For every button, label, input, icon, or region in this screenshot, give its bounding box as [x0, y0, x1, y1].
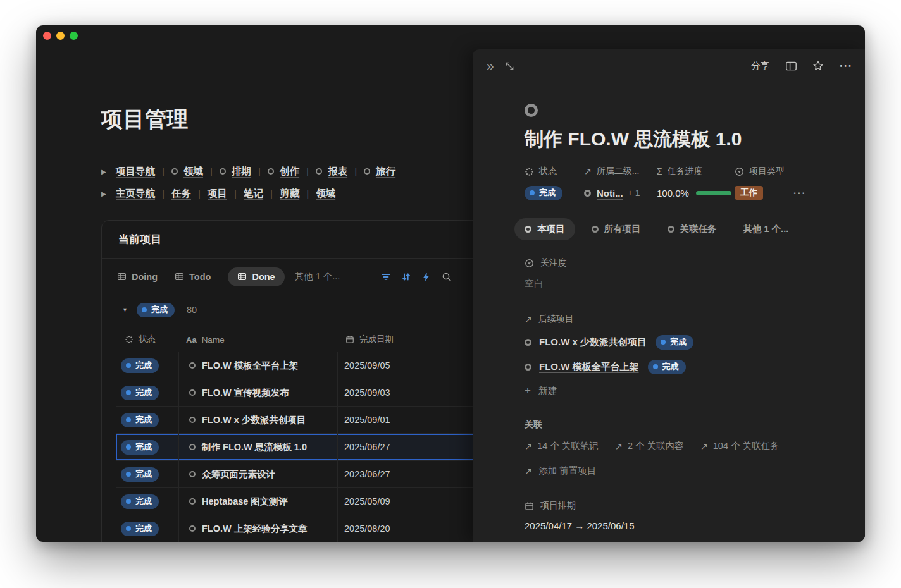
name-cell[interactable]: Heptabase 图文测评 — [178, 488, 337, 515]
page-icon[interactable] — [525, 104, 538, 117]
property-label-status[interactable]: 状态 — [525, 165, 584, 178]
project-name[interactable]: Heptabase 图文测评 — [202, 496, 287, 508]
property-label-type[interactable]: 项目类型 — [735, 165, 805, 178]
followup-label[interactable]: ↗ 后续项目 — [525, 314, 827, 325]
filter-icon[interactable] — [381, 272, 391, 282]
text-type-icon: Aa — [186, 335, 197, 345]
expand-page-icon[interactable] — [505, 61, 514, 71]
name-cell[interactable]: 制作 FLO.W 思流模板 1.0 — [178, 434, 337, 460]
attention-empty-value[interactable]: 空白 — [525, 278, 827, 290]
column-header-status[interactable]: 状态 — [116, 328, 178, 352]
table-row[interactable]: 完成 众筹页面元素设计 2023/06/27 — [116, 461, 509, 488]
table-row[interactable]: 完成 FLO.W 模板全平台上架 2025/09/05 — [116, 352, 509, 379]
status-cell[interactable]: 完成 — [116, 434, 178, 460]
followup-page-link[interactable]: FLO.W x 少数派共创项目 — [539, 336, 647, 348]
status-badge: 完成 — [121, 358, 159, 373]
attention-label[interactable]: 关注度 — [525, 257, 827, 269]
schedule-date-range[interactable]: 2025/04/17 → 2025/06/15 — [525, 520, 827, 531]
status-cell[interactable]: 完成 — [116, 352, 178, 379]
nav-link-report[interactable]: 报表 — [328, 165, 347, 178]
separator: | — [306, 166, 309, 177]
group-status-badge[interactable]: 完成 — [137, 303, 175, 317]
automation-bolt-icon[interactable] — [421, 272, 432, 282]
table-row-selected[interactable]: 完成 制作 FLO.W 思流模板 1.0 2025/06/27 — [116, 434, 509, 461]
name-cell[interactable]: 众筹页面元素设计 — [178, 461, 337, 487]
more-options-icon[interactable]: ⋯ — [839, 61, 852, 70]
share-button[interactable]: 分享 — [751, 60, 769, 72]
name-cell[interactable]: FLO.W x 少数派共创项目 — [178, 407, 337, 433]
property-value-progress[interactable]: 100.0% — [657, 186, 735, 200]
status-cell[interactable]: 完成 — [116, 407, 178, 433]
collapse-group-icon[interactable]: ▼ — [122, 307, 128, 313]
plus-icon: + — [525, 384, 531, 397]
project-title[interactable]: 制作 FLO.W 思流模板 1.0 — [525, 128, 827, 150]
search-icon[interactable] — [442, 272, 452, 282]
close-peek-icon[interactable]: » — [487, 59, 494, 72]
related-tasks-link[interactable]: ↗104 个 关联任务 — [700, 440, 780, 452]
nav-link-clips[interactable]: 剪藏 — [280, 187, 299, 200]
followup-item[interactable]: FLO.W 模板全平台上架 完成 — [525, 359, 827, 374]
tab-more[interactable]: 其他 1 个... — [733, 218, 799, 240]
nav-link-project-nav[interactable]: 项目导航 — [116, 165, 155, 178]
sort-icon[interactable] — [401, 272, 411, 282]
property-label-parent[interactable]: ↗ 所属二级... — [584, 165, 657, 178]
tab-this-project[interactable]: 本项目 — [514, 218, 575, 240]
zoom-window-button[interactable] — [70, 32, 78, 40]
schedule-label[interactable]: 项目排期 — [525, 500, 827, 511]
project-name[interactable]: FLO.W 模板全平台上架 — [202, 360, 298, 372]
side-peek-mode-icon[interactable] — [785, 61, 797, 71]
status-cell[interactable]: 完成 — [116, 515, 178, 542]
new-followup-button[interactable]: + 新建 — [525, 384, 827, 397]
followup-item[interactable]: FLO.W x 少数派共创项目 完成 — [525, 334, 827, 350]
nav-link-create[interactable]: 创作 — [280, 165, 299, 178]
project-name[interactable]: FLO.W 宣传视频发布 — [202, 387, 289, 399]
status-cell[interactable]: 完成 — [116, 379, 178, 406]
nav-link-domain[interactable]: 领域 — [183, 165, 203, 178]
favorite-star-icon[interactable] — [812, 60, 824, 71]
page-ring-icon — [189, 498, 196, 505]
toggle-right-icon[interactable]: ▶ — [101, 190, 108, 197]
view-tab-doing[interactable]: Doing — [117, 272, 158, 282]
property-value-type[interactable]: 工作 ⋯ — [735, 186, 805, 200]
view-tab-todo[interactable]: Todo — [175, 272, 211, 282]
add-predecessor-button[interactable]: ↗ 添加 前置项目 — [525, 465, 827, 477]
tab-related-tasks[interactable]: 关联任务 — [657, 218, 727, 240]
name-cell[interactable]: FLO.W 宣传视频发布 — [178, 379, 337, 406]
project-name[interactable]: FLO.W 上架经验分享文章 — [202, 523, 308, 535]
status-cell[interactable]: 完成 — [116, 488, 178, 515]
close-window-button[interactable] — [43, 32, 51, 40]
nav-link-home-nav[interactable]: 主页导航 — [116, 187, 155, 200]
table-row[interactable]: 完成 FLO.W x 少数派共创项目 2025/09/01 — [116, 407, 509, 434]
table-row[interactable]: 完成 FLO.W 上架经验分享文章 2025/08/20 — [116, 515, 509, 542]
related-content-link[interactable]: ↗2 个 关联内容 — [615, 440, 684, 452]
view-tab-done[interactable]: Done — [228, 267, 284, 286]
followup-page-link[interactable]: FLO.W 模板全平台上架 — [539, 361, 639, 373]
current-projects-card: 当前项目 Doing Todo Done 其他 1 个... — [101, 220, 509, 542]
table-row[interactable]: 完成 FLO.W 宣传视频发布 2025/09/03 — [116, 379, 509, 407]
property-value-parent[interactable]: Noti... + 1 — [584, 186, 657, 200]
related-notes-link[interactable]: ↗14 个 关联笔记 — [525, 440, 599, 452]
project-name[interactable]: 制作 FLO.W 思流模板 1.0 — [202, 441, 307, 453]
nav-link-travel[interactable]: 旅行 — [376, 165, 395, 178]
tab-all-projects[interactable]: 所有项目 — [581, 218, 651, 240]
property-label-progress[interactable]: Σ 任务进度 — [657, 165, 735, 178]
nav-link-notes[interactable]: 笔记 — [244, 187, 263, 200]
status-cell[interactable]: 完成 — [116, 461, 178, 487]
column-header-name[interactable]: Aa Name — [178, 328, 337, 352]
more-properties-icon[interactable]: ⋯ — [793, 185, 805, 200]
nav-link-tasks[interactable]: 任务 — [171, 187, 191, 200]
more-views-button[interactable]: 其他 1 个... — [295, 271, 340, 283]
name-cell[interactable]: FLO.W 模板全平台上架 — [178, 352, 337, 379]
minimize-window-button[interactable] — [56, 32, 65, 40]
page-title[interactable]: 项目管理 — [101, 106, 481, 132]
table-row[interactable]: 完成 Heptabase 图文测评 2025/05/09 — [116, 488, 509, 515]
project-name[interactable]: 众筹页面元素设计 — [202, 469, 275, 481]
nav-link-projects[interactable]: 项目 — [208, 187, 227, 200]
property-value-status[interactable]: 完成 — [525, 186, 584, 200]
project-name[interactable]: FLO.W x 少数派共创项目 — [202, 414, 306, 426]
name-cell[interactable]: FLO.W 上架经验分享文章 — [178, 515, 337, 542]
toggle-right-icon[interactable]: ▶ — [101, 168, 108, 175]
parent-page-link[interactable]: Noti... — [597, 188, 623, 199]
nav-link-schedule[interactable]: 排期 — [232, 165, 251, 178]
nav-link-domain2[interactable]: 领域 — [316, 187, 335, 200]
